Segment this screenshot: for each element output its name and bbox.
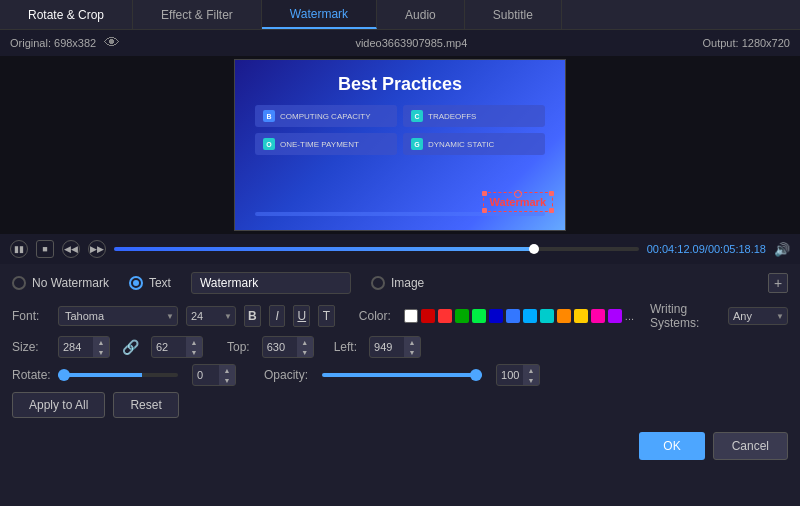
image-radio-circle[interactable]: [371, 276, 385, 290]
top-down[interactable]: ▼: [297, 347, 313, 357]
font-size-wrapper: 24: [186, 306, 236, 326]
color-purple[interactable]: [608, 309, 622, 323]
tab-effect-filter[interactable]: Effect & Filter: [133, 0, 262, 29]
output-size: Output: 1280x720: [703, 37, 790, 49]
top-wrapper: ▲ ▼: [262, 336, 314, 358]
color-pink[interactable]: [591, 309, 605, 323]
size-width-wrapper: ▲ ▼: [58, 336, 110, 358]
underline-button[interactable]: U: [293, 305, 310, 327]
watermark-handle[interactable]: [514, 190, 522, 198]
watermark-type-row: No Watermark Text Image +: [12, 272, 788, 294]
color-red[interactable]: [438, 309, 452, 323]
color-orange[interactable]: [557, 309, 571, 323]
volume-icon[interactable]: 🔊: [774, 242, 790, 257]
color-palette: ...: [404, 309, 634, 323]
rotate-slider[interactable]: [58, 373, 178, 377]
bottom-row: Apply to All Reset: [12, 392, 788, 418]
video-grid: B COMPUTING CAPACITY C TRADEOFFS O ONE-T…: [235, 105, 565, 155]
color-label: Color:: [359, 309, 391, 323]
video-card-2: C TRADEOFFS: [403, 105, 545, 127]
left-down[interactable]: ▼: [404, 347, 420, 357]
no-watermark-label: No Watermark: [32, 276, 109, 290]
tab-subtitle[interactable]: Subtitle: [465, 0, 562, 29]
top-up[interactable]: ▲: [297, 337, 313, 347]
color-blue-dark[interactable]: [489, 309, 503, 323]
size-height-down[interactable]: ▼: [186, 347, 202, 357]
opacity-up[interactable]: ▲: [523, 365, 539, 375]
no-watermark-radio[interactable]: No Watermark: [12, 276, 109, 290]
color-blue[interactable]: [506, 309, 520, 323]
card-label-1: COMPUTING CAPACITY: [280, 112, 371, 121]
tab-rotate-crop[interactable]: Rotate & Crop: [0, 0, 133, 29]
color-green-dark[interactable]: [455, 309, 469, 323]
opacity-slider[interactable]: [322, 373, 482, 377]
ok-button[interactable]: OK: [639, 432, 704, 460]
size-width-down[interactable]: ▼: [93, 347, 109, 357]
font-label: Font:: [12, 309, 50, 323]
rotate-label: Rotate:: [12, 368, 50, 382]
italic-button[interactable]: I: [269, 305, 286, 327]
controls-bar: ▮▮ ■ ◀◀ ▶▶ 00:04:12.09/00:05:18.18 🔊: [0, 234, 800, 264]
progress-thumb[interactable]: [529, 244, 539, 254]
prev-button[interactable]: ◀◀: [62, 240, 80, 258]
watermark-text-input[interactable]: [191, 272, 351, 294]
image-label: Image: [391, 276, 424, 290]
apply-to-all-button[interactable]: Apply to All: [12, 392, 105, 418]
progress-track[interactable]: [114, 247, 639, 251]
left-up[interactable]: ▲: [404, 337, 420, 347]
size-height-up[interactable]: ▲: [186, 337, 202, 347]
text-radio[interactable]: Text: [129, 276, 171, 290]
video-card-3: O ONE-TIME PAYMENT: [255, 133, 397, 155]
next-button[interactable]: ▶▶: [88, 240, 106, 258]
rotate-opacity-row: Rotate: ▲ ▼ Opacity: ▲ ▼: [12, 364, 788, 386]
watermark-overlay[interactable]: Watermark: [483, 192, 553, 212]
reset-button[interactable]: Reset: [113, 392, 178, 418]
card-label-3: ONE-TIME PAYMENT: [280, 140, 359, 149]
eye-icon[interactable]: 👁: [104, 34, 120, 52]
more-colors-button[interactable]: ...: [625, 310, 634, 322]
bold-button[interactable]: B: [244, 305, 261, 327]
image-add-button[interactable]: +: [768, 273, 788, 293]
rotate-down[interactable]: ▼: [219, 375, 235, 385]
top-label: Top:: [227, 340, 250, 354]
no-watermark-radio-circle[interactable]: [12, 276, 26, 290]
tab-bar: Rotate & Crop Effect & Filter Watermark …: [0, 0, 800, 30]
writing-system-select[interactable]: Any: [728, 307, 788, 325]
link-dimensions-icon[interactable]: 🔗: [122, 339, 139, 355]
color-cyan[interactable]: [523, 309, 537, 323]
tf-button[interactable]: T: [318, 305, 335, 327]
cancel-button[interactable]: Cancel: [713, 432, 788, 460]
size-label: Size:: [12, 340, 50, 354]
rotate-value-wrapper: ▲ ▼: [192, 364, 236, 386]
filename: video3663907985.mp4: [355, 37, 467, 49]
color-teal[interactable]: [540, 309, 554, 323]
image-radio[interactable]: Image: [371, 276, 424, 290]
card-icon-3: O: [263, 138, 275, 150]
text-label: Text: [149, 276, 171, 290]
color-white[interactable]: [404, 309, 418, 323]
text-radio-circle[interactable]: [129, 276, 143, 290]
size-width-up[interactable]: ▲: [93, 337, 109, 347]
opacity-value-wrapper: ▲ ▼: [496, 364, 540, 386]
settings-panel: No Watermark Text Image + Font: Tahoma 2…: [0, 264, 800, 426]
video-preview: Best Practices B COMPUTING CAPACITY C TR…: [234, 59, 566, 231]
font-select-wrapper: Tahoma: [58, 306, 178, 326]
tab-watermark[interactable]: Watermark: [262, 0, 377, 29]
pause-button[interactable]: ▮▮: [10, 240, 28, 258]
video-card-1: B COMPUTING CAPACITY: [255, 105, 397, 127]
tab-audio[interactable]: Audio: [377, 0, 465, 29]
writing-system-wrapper: Any: [728, 307, 788, 325]
color-yellow[interactable]: [574, 309, 588, 323]
rotate-up[interactable]: ▲: [219, 365, 235, 375]
card-label-2: TRADEOFFS: [428, 112, 476, 121]
stop-button[interactable]: ■: [36, 240, 54, 258]
time-display: 00:04:12.09/00:05:18.18: [647, 243, 766, 255]
video-container: Best Practices B COMPUTING CAPACITY C TR…: [0, 56, 800, 234]
color-green[interactable]: [472, 309, 486, 323]
font-select[interactable]: Tahoma: [58, 306, 178, 326]
color-red-dark[interactable]: [421, 309, 435, 323]
card-icon-2: C: [411, 110, 423, 122]
font-size-select[interactable]: 24: [186, 306, 236, 326]
opacity-down[interactable]: ▼: [523, 375, 539, 385]
card-icon-4: G: [411, 138, 423, 150]
